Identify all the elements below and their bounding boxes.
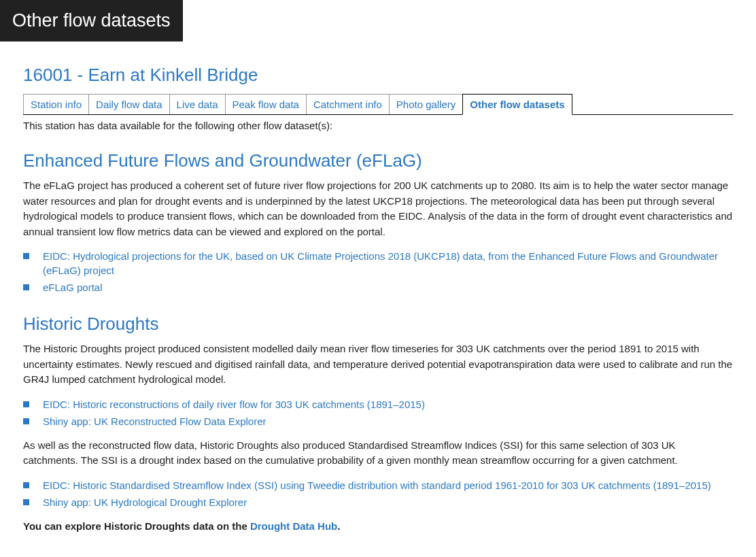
drought-data-hub-link[interactable]: Drought Data Hub: [250, 520, 337, 532]
list-item: EIDC: Historic reconstructions of daily …: [23, 397, 733, 411]
historic-link-eidc-recon[interactable]: EIDC: Historic reconstructions of daily …: [43, 397, 425, 411]
list-item: Shiny app: UK Reconstructed Flow Data Ex…: [23, 414, 733, 428]
historic-link-shiny-drought[interactable]: Shiny app: UK Hydrological Drought Explo…: [43, 495, 247, 509]
eflag-body: The eFLaG project has produced a coheren…: [23, 178, 733, 239]
historic-links2: EIDC: Historic Standardised Streamflow I…: [23, 478, 733, 509]
historic-link-eidc-ssi[interactable]: EIDC: Historic Standardised Streamflow I…: [43, 478, 711, 492]
list-item: eFLaG portal: [23, 280, 733, 294]
square-bullet-icon: [23, 401, 29, 407]
tab-other-flow-datasets[interactable]: Other flow datasets: [462, 94, 572, 115]
square-bullet-icon: [23, 284, 29, 290]
historic-title: Historic Droughts: [23, 314, 733, 335]
final-prefix: You can explore Historic Droughts data o…: [23, 520, 250, 532]
intro-text: This station has data available for the …: [23, 120, 733, 131]
tab-photo-gallery[interactable]: Photo gallery: [389, 94, 464, 114]
eflag-links: EIDC: Hydrological projections for the U…: [23, 249, 733, 294]
square-bullet-icon: [23, 499, 29, 505]
eflag-title: Enhanced Future Flows and Groundwater (e…: [23, 150, 733, 171]
header-badge: Other flow datasets: [0, 0, 183, 41]
list-item: Shiny app: UK Hydrological Drought Explo…: [23, 495, 733, 509]
list-item: EIDC: Hydrological projections for the U…: [23, 249, 733, 277]
square-bullet-icon: [23, 253, 29, 259]
historic-body2: As well as the reconstructed flow data, …: [23, 438, 733, 469]
tab-peak-flow-data[interactable]: Peak flow data: [225, 94, 307, 114]
historic-link-shiny-recon[interactable]: Shiny app: UK Reconstructed Flow Data Ex…: [43, 414, 266, 428]
page-title: 16001 - Earn at Kinkell Bridge: [23, 65, 733, 86]
tab-live-data[interactable]: Live data: [169, 94, 226, 114]
tabs: Station info Daily flow data Live data P…: [23, 94, 733, 115]
eflag-link-portal[interactable]: eFLaG portal: [43, 280, 103, 294]
main-content: 16001 - Earn at Kinkell Bridge Station i…: [0, 41, 756, 557]
tab-daily-flow-data[interactable]: Daily flow data: [88, 94, 170, 114]
final-suffix: .: [337, 520, 340, 532]
historic-body1: The Historic Droughts project produced c…: [23, 341, 733, 388]
historic-links1: EIDC: Historic reconstructions of daily …: [23, 397, 733, 428]
historic-final: You can explore Historic Droughts data o…: [23, 519, 733, 535]
square-bullet-icon: [23, 482, 29, 488]
tab-station-info[interactable]: Station info: [23, 94, 89, 114]
eflag-link-eidc[interactable]: EIDC: Hydrological projections for the U…: [43, 249, 733, 277]
tab-catchment-info[interactable]: Catchment info: [306, 94, 390, 114]
square-bullet-icon: [23, 418, 29, 424]
list-item: EIDC: Historic Standardised Streamflow I…: [23, 478, 733, 492]
